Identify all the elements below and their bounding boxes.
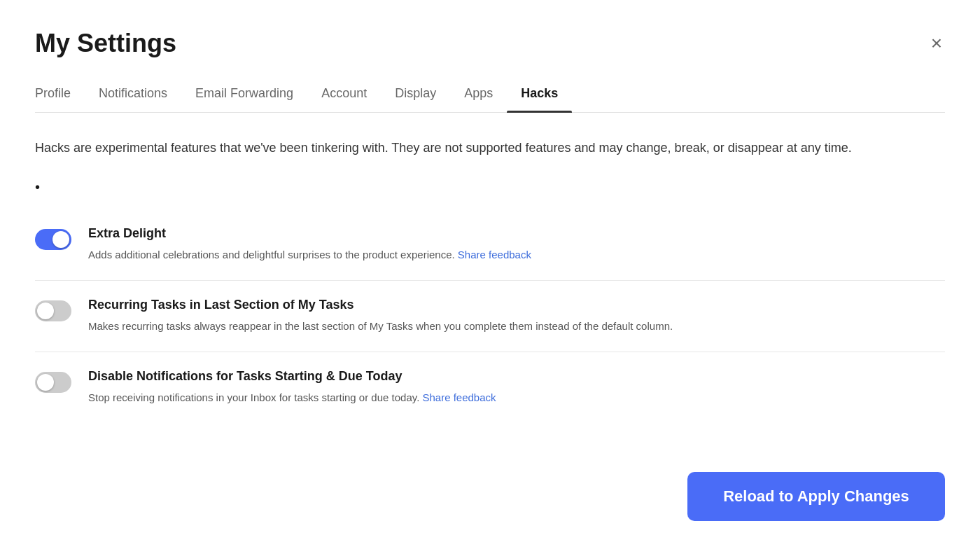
toggle-wrapper-extra-delight bbox=[35, 229, 71, 253]
hack-name-recurring-tasks: Recurring Tasks in Last Section of My Ta… bbox=[88, 298, 945, 312]
hack-desc-extra-delight: Adds additional celebrations and delight… bbox=[88, 246, 945, 263]
hack-desc-text-disable-notifications: Stop receiving notifications in your Inb… bbox=[88, 391, 419, 403]
toggle-extra-delight[interactable] bbox=[35, 229, 71, 250]
modal-title: My Settings bbox=[35, 28, 176, 58]
toggle-thumb-disable-notifications bbox=[37, 374, 54, 391]
tab-notifications[interactable]: Notifications bbox=[85, 78, 181, 112]
hack-text-disable-notifications: Disable Notifications for Tasks Starting… bbox=[88, 369, 945, 406]
bullet-point: • bbox=[35, 179, 945, 195]
feedback-link-disable-notifications[interactable]: Share feedback bbox=[422, 391, 496, 403]
settings-modal: My Settings × Profile Notifications Emai… bbox=[0, 0, 980, 549]
hack-item-recurring-tasks: Recurring Tasks in Last Section of My Ta… bbox=[35, 281, 945, 352]
tab-hacks[interactable]: Hacks bbox=[507, 78, 572, 112]
tab-apps[interactable]: Apps bbox=[450, 78, 507, 112]
toggle-disable-notifications[interactable] bbox=[35, 372, 71, 393]
hack-name-disable-notifications: Disable Notifications for Tasks Starting… bbox=[88, 369, 945, 384]
tab-display[interactable]: Display bbox=[381, 78, 450, 112]
toggle-thumb-recurring-tasks bbox=[37, 303, 54, 319]
reload-button[interactable]: Reload to Apply Changes bbox=[687, 472, 945, 521]
tab-account[interactable]: Account bbox=[307, 78, 381, 112]
hack-name-extra-delight: Extra Delight bbox=[88, 226, 945, 241]
toggle-recurring-tasks[interactable] bbox=[35, 300, 71, 321]
hack-desc-recurring-tasks: Makes recurring tasks always reappear in… bbox=[88, 318, 945, 335]
hacks-description: Hacks are experimental features that we'… bbox=[35, 138, 931, 158]
hack-text-extra-delight: Extra Delight Adds additional celebratio… bbox=[88, 226, 945, 263]
hack-desc-disable-notifications: Stop receiving notifications in your Inb… bbox=[88, 389, 945, 406]
hack-desc-text-extra-delight: Adds additional celebrations and delight… bbox=[88, 249, 455, 260]
modal-footer: Reload to Apply Changes bbox=[35, 458, 945, 521]
close-button[interactable]: × bbox=[928, 31, 945, 56]
hack-item-extra-delight: Extra Delight Adds additional celebratio… bbox=[35, 209, 945, 281]
tab-profile[interactable]: Profile bbox=[35, 78, 85, 112]
hack-text-recurring-tasks: Recurring Tasks in Last Section of My Ta… bbox=[88, 298, 945, 335]
toggle-thumb-extra-delight bbox=[52, 231, 69, 248]
hacks-content: Hacks are experimental features that we'… bbox=[35, 113, 945, 458]
feedback-link-extra-delight[interactable]: Share feedback bbox=[458, 249, 531, 260]
toggle-wrapper-disable-notifications bbox=[35, 372, 71, 396]
tab-email-forwarding[interactable]: Email Forwarding bbox=[181, 78, 307, 112]
hack-item-disable-notifications: Disable Notifications for Tasks Starting… bbox=[35, 352, 945, 423]
tabs-nav: Profile Notifications Email Forwarding A… bbox=[35, 78, 945, 113]
toggle-wrapper-recurring-tasks bbox=[35, 300, 71, 324]
modal-header: My Settings × bbox=[35, 28, 945, 58]
